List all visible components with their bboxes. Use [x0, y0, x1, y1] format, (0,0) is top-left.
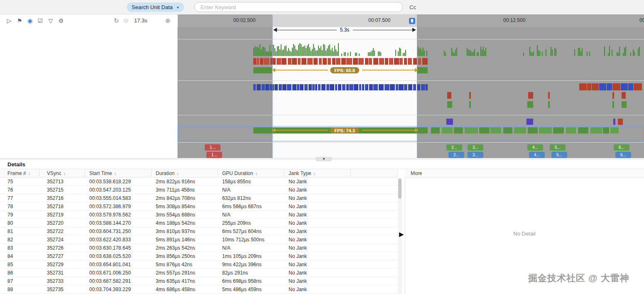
details-table-body: 7535271300:03.538.618.2292ms 822µs 916ns… [0, 177, 398, 294]
visible-duration-label: 17.3s [134, 17, 147, 24]
search-scope-dropdown[interactable]: Search Unit Data ▾ [127, 2, 184, 12]
table-cell: No Jank [284, 245, 351, 251]
column-header[interactable]: VSync↕ [39, 169, 85, 177]
table-row[interactable]: 7635271500:03.547.203.1253ms 711µs 458ns… [0, 186, 398, 194]
table-cell: 352715 [39, 187, 85, 193]
table-cell: 1ms 105µs 209ns [218, 253, 284, 259]
table-row[interactable]: 7735271600:03.555.014.5832ms 842µs 708ns… [0, 194, 398, 202]
column-header[interactable]: Start Time↕ [85, 169, 152, 177]
table-cell: 255µs 209ns [218, 220, 284, 226]
table-cell: 00:03.538.618.229 [85, 179, 152, 185]
selected-track-outline [178, 126, 644, 141]
table-cell: 2ms 557µs 291ns [152, 270, 218, 276]
table-cell: 79 [0, 212, 39, 218]
table-row[interactable]: 8835273500:03.704.393.2294ms 686µs 458ns… [0, 285, 398, 294]
table-cell: 00:03.604.731.250 [85, 228, 152, 234]
sort-icon[interactable]: ↕ [28, 171, 31, 176]
sort-icon[interactable]: ↕ [313, 171, 316, 176]
table-row[interactable]: 7835271800:03.572.386.9795ms 308µs 854ns… [0, 202, 398, 211]
table-cell: 00:03.579.976.562 [85, 212, 152, 218]
table-row[interactable]: 8635273100:03.671.006.2502ms 557µs 291ns… [0, 269, 398, 277]
table-cell: 632µs 812ns [218, 195, 284, 201]
table-cell: N/A [218, 245, 284, 251]
table-cell: 2ms 822µs 916ns [152, 179, 218, 185]
table-cell: 352735 [39, 287, 85, 292]
collapse-details-button[interactable]: ▼ [316, 157, 332, 161]
zoom-reset-icon[interactable]: ↻ [114, 17, 119, 24]
table-cell: 77 [0, 195, 39, 201]
table-row[interactable]: 8235272400:03.622.420.8335ms 891µs 146ns… [0, 236, 398, 244]
table-cell: N/A [218, 212, 284, 218]
table-cell: 00:03.622.420.833 [85, 237, 152, 243]
table-scrollbar-thumb[interactable] [398, 179, 402, 199]
column-header[interactable]: Duration↕ [152, 169, 218, 177]
task-list-icon[interactable]: ☑ [37, 17, 44, 24]
table-row[interactable]: 8435272700:03.638.025.5203ms 856µs 250ns… [0, 252, 398, 260]
table-cell: 78 [0, 204, 39, 209]
selection-duration-label: 5.3s [337, 27, 353, 33]
table-row[interactable]: 7935271900:03.579.976.5623ms 554µs 688ns… [0, 211, 398, 219]
table-cell: 86 [0, 270, 39, 276]
more-panel-header: More [405, 169, 644, 177]
bookmark-icon[interactable] [409, 18, 415, 25]
table-cell: No Jank [284, 179, 351, 185]
column-header[interactable]: Frame #↕ [0, 169, 39, 177]
table-cell: 352722 [39, 228, 85, 234]
table-cell: 352726 [39, 245, 85, 251]
table-cell: 00:03.547.203.125 [85, 187, 152, 193]
table-cell: No Jank [284, 187, 351, 193]
sort-icon[interactable]: ↕ [176, 171, 179, 176]
table-cell: 00:03.671.006.250 [85, 270, 152, 276]
table-cell: 5ms 891µs 146ns [152, 237, 218, 243]
table-cell: 00:03.638.025.520 [85, 253, 152, 259]
table-cell: 158µs 855ns [218, 179, 284, 185]
table-cell: 85 [0, 262, 39, 267]
table-cell: 76 [0, 187, 39, 193]
flag-icon[interactable]: ⚑ [16, 17, 23, 24]
search-input[interactable] [200, 4, 397, 11]
column-header[interactable]: GPU Duration↕ [218, 169, 284, 177]
table-cell: 3ms 810µs 937ns [152, 228, 218, 234]
match-case-toggle[interactable]: Cc [409, 4, 416, 10]
sort-icon[interactable]: ↕ [255, 171, 258, 176]
table-cell: 5ms 486µs 459ns [218, 287, 284, 292]
table-cell: 352716 [39, 195, 85, 201]
table-cell: 84 [0, 253, 39, 259]
table-cell: 6ms 698µs 958ns [218, 278, 284, 284]
expand-panel-arrow[interactable]: ▶ [399, 231, 404, 238]
table-row[interactable]: 8135272200:03.604.731.2503ms 810µs 937ns… [0, 227, 398, 236]
settings-icon[interactable]: ⚙ [58, 17, 64, 24]
table-cell: 352733 [39, 278, 85, 284]
play-icon[interactable]: ▷ [6, 17, 12, 24]
search-box[interactable] [194, 2, 403, 12]
table-row[interactable]: 8535272900:03.654.801.0415ms 876µs 42ns9… [0, 260, 398, 269]
locate-icon[interactable]: ◉ [27, 17, 33, 24]
table-cell: 2ms 263µs 542ns [152, 245, 218, 251]
sort-icon[interactable]: ↕ [114, 171, 117, 176]
chevron-down-icon: ▼ [322, 157, 326, 161]
sort-icon[interactable]: ↕ [64, 171, 66, 176]
zoom-out-icon[interactable]: ⊖ [123, 17, 129, 24]
table-cell: 75 [0, 179, 39, 185]
table-row[interactable]: 8335272600:03.630.178.6452ms 263µs 542ns… [0, 244, 398, 252]
table-cell: 352724 [39, 237, 85, 243]
table-cell: 5ms 876µs 42ns [152, 262, 218, 267]
table-cell: No Jank [284, 195, 351, 201]
table-cell: 00:03.630.178.645 [85, 245, 152, 251]
table-row[interactable]: 8035272000:03.588.144.2704ms 188µs 542ns… [0, 219, 398, 227]
table-cell: 352718 [39, 204, 85, 209]
table-cell: No Jank [284, 228, 351, 234]
table-row[interactable]: 8735273300:03.687.582.2913ms 635µs 417ns… [0, 277, 398, 285]
table-cell: 6ms 566µs 667ns [218, 204, 284, 209]
table-cell: 2ms 842µs 708ns [152, 195, 218, 201]
table-cell: 10ms 712µs 500ns [218, 237, 284, 243]
table-cell: 6ms 527µs 604ns [218, 228, 284, 234]
table-cell: No Jank [284, 204, 351, 209]
column-header[interactable]: Jank Type↕ [284, 169, 351, 177]
zoom-in-icon[interactable]: ⊕ [165, 17, 171, 24]
table-cell: 00:03.588.144.270 [85, 220, 152, 226]
filter-icon[interactable]: ▽ [47, 17, 54, 24]
table-cell: 88 [0, 287, 39, 292]
table-row[interactable]: 7535271300:03.538.618.2292ms 822µs 916ns… [0, 177, 398, 186]
table-cell: 9ms 422µs 396ns [218, 262, 284, 267]
